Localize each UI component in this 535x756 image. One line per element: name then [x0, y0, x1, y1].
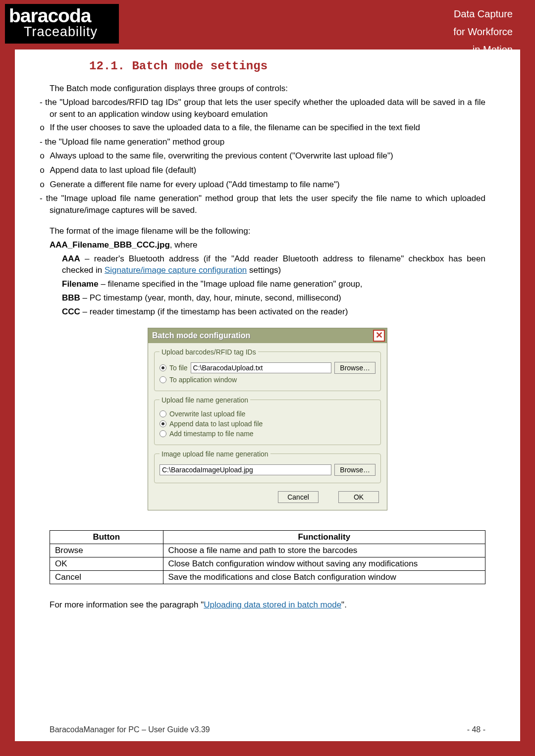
- bullet-1-sub-1: If the user chooses to save the uploaded…: [50, 122, 485, 134]
- aaa-after: settings): [247, 265, 281, 275]
- dialog-titlebar: Batch mode configuration ✕: [148, 328, 387, 343]
- table-row: Cancel Save the modifications and close …: [50, 570, 485, 584]
- bullet-2-sub-2: Append data to last upload file (default…: [50, 164, 485, 177]
- filename-text: – filename specified in the "Image uploa…: [99, 279, 363, 289]
- th-button: Button: [50, 530, 163, 544]
- footer-left: BaracodaManager for PC – User Guide v3.3…: [50, 725, 210, 734]
- browse-button-1[interactable]: Browse…: [334, 362, 375, 374]
- footer-right: - 48 -: [467, 725, 485, 734]
- close-icon[interactable]: ✕: [373, 330, 385, 342]
- more-info-post: ".: [341, 600, 347, 609]
- more-info-pre: For more information see the paragraph ": [50, 600, 204, 609]
- tagline-2: for Workforce: [364, 23, 513, 41]
- table-row: Browse Choose a file name and path to st…: [50, 544, 485, 557]
- upload-filename-group: Upload file name generation Overwrite la…: [154, 396, 381, 445]
- filename-label: Filename: [62, 279, 99, 289]
- signature-config-link[interactable]: Signature/image capture configuration: [105, 265, 247, 275]
- browse-button-2[interactable]: Browse…: [334, 464, 375, 476]
- overwrite-radio[interactable]: [160, 410, 166, 417]
- upload-filename-legend: Upload file name generation: [160, 396, 250, 404]
- functionality-table: Button Functionality Browse Choose a fil…: [50, 530, 485, 584]
- logo: baracoda Traceability: [5, 4, 119, 44]
- cell-cancel: Cancel: [50, 570, 163, 584]
- append-radio[interactable]: [160, 420, 166, 427]
- image-filename-legend: Image upload file name generation: [160, 450, 270, 458]
- format-where: , where: [170, 240, 198, 250]
- cell-browse: Browse: [50, 544, 163, 557]
- format-intro: The format of the image filename will be…: [50, 225, 485, 237]
- section-heading: 12.1. Batch mode settings: [89, 59, 485, 73]
- ccc-label: CCC: [62, 307, 80, 316]
- upload-barcodes-legend: Upload barcodes/RFID tag IDs: [160, 348, 258, 356]
- bullet-1: the "Upload barcodes/RFID tag IDs" group…: [50, 97, 485, 120]
- to-file-radio[interactable]: [160, 364, 166, 371]
- image-filename-group: Image upload file name generation Browse…: [154, 450, 381, 483]
- logo-line1: baracoda: [9, 6, 115, 25]
- aaa-label: AAA: [62, 254, 80, 263]
- bullet-2: the "Upload file name generation" method…: [50, 136, 485, 148]
- intro-line: The Batch mode configuration displays th…: [50, 83, 485, 95]
- ok-button[interactable]: OK: [338, 491, 379, 503]
- cell-ok-desc: Close Batch configuration window without…: [163, 557, 485, 570]
- cancel-button[interactable]: Cancel: [278, 491, 319, 503]
- to-app-label: To application window: [169, 376, 237, 384]
- image-path-input[interactable]: [160, 464, 331, 475]
- cell-ok: OK: [50, 557, 163, 570]
- bbb-label: BBB: [62, 293, 80, 302]
- overwrite-label: Overwrite last upload file: [169, 410, 245, 418]
- timestamp-radio[interactable]: [160, 430, 166, 437]
- table-row: OK Close Batch configuration window with…: [50, 557, 485, 570]
- tagline: Data Capture for Workforce in Motion: [364, 5, 513, 58]
- uploading-batch-link[interactable]: Uploading data stored in batch mode: [204, 600, 341, 609]
- timestamp-label: Add timestamp to file name: [169, 430, 254, 438]
- dialog-title: Batch mode configuration: [150, 331, 250, 340]
- format-pattern: AAA_Filename_BBB_CCC.jpg: [50, 240, 170, 250]
- append-label: Append data to last upload file: [169, 420, 263, 428]
- batch-mode-dialog: Batch mode configuration ✕ Upload barcod…: [148, 328, 387, 510]
- to-app-radio[interactable]: [160, 376, 166, 383]
- bullet-2-sub-1: Always upload to the same file, overwrit…: [50, 150, 485, 162]
- ccc-text: – reader timestamp (if the timestamp has…: [80, 307, 348, 316]
- tagline-1: Data Capture: [364, 5, 513, 23]
- logo-line2: Traceability: [24, 25, 115, 39]
- upload-barcodes-group: Upload barcodes/RFID tag IDs To file Bro…: [154, 348, 381, 391]
- bullet-3: the "Image upload file name generation" …: [50, 193, 485, 216]
- bbb-text: – PC timestamp (year, month, day, hour, …: [80, 293, 341, 302]
- cell-browse-desc: Choose a file name and path to store the…: [163, 544, 485, 557]
- to-file-label: To file: [169, 364, 188, 372]
- bullet-2-sub-3: Generate a different file name for every…: [50, 179, 485, 191]
- cell-cancel-desc: Save the modifications and close Batch c…: [163, 570, 485, 584]
- file-path-input[interactable]: [191, 362, 332, 373]
- tagline-3: in Motion: [364, 41, 513, 58]
- th-functionality: Functionality: [163, 530, 485, 544]
